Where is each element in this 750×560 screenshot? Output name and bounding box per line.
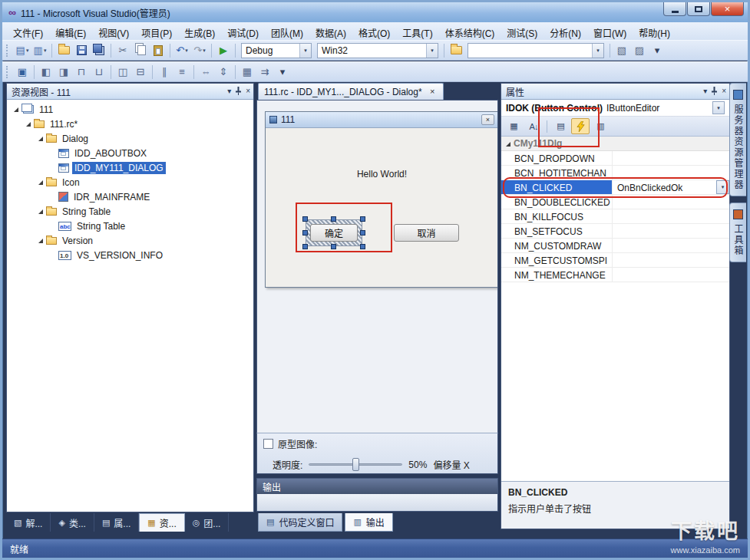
event-name[interactable]: BCN_HOTITEMCHAN <box>501 166 613 180</box>
expander-icon[interactable] <box>36 207 45 216</box>
transparency-slider[interactable] <box>309 458 402 471</box>
tab-output[interactable]: ▥输出 <box>345 513 392 532</box>
event-row-bn_killfocus[interactable]: BN_KILLFOCUS <box>501 209 729 224</box>
tab-order-icon[interactable]: ⇉ <box>256 64 273 81</box>
tab-class-view[interactable]: ◈类... <box>51 513 94 532</box>
resize-handle[interactable] <box>360 230 365 236</box>
cut-icon[interactable]: ✂ <box>114 42 131 59</box>
object-selector-dropdown-icon[interactable]: ▾ <box>712 101 725 114</box>
toolbar-options-icon[interactable]: ▾ <box>649 42 666 59</box>
prototype-image-checkbox[interactable] <box>263 439 273 449</box>
tree-item-version[interactable]: Version <box>7 233 253 248</box>
combo-dropdown-icon[interactable]: ▾ <box>592 44 603 58</box>
menu-item[interactable]: 团队(M) <box>265 22 309 40</box>
copy-icon[interactable] <box>132 42 149 59</box>
add-new-item-icon[interactable]: ▥▾ <box>31 42 48 59</box>
menu-item[interactable]: 窗口(W) <box>587 22 633 40</box>
combo-dropdown-icon[interactable]: ▾ <box>426 44 438 58</box>
event-handler-value[interactable] <box>613 195 729 209</box>
tree-item-vs-version-info[interactable]: VS_VERSION_INFO <box>7 248 253 262</box>
tab-properties[interactable]: ▤属... <box>94 513 139 532</box>
find-folder-icon[interactable] <box>448 42 464 59</box>
event-row-bn_setfocus[interactable]: BN_SETFOCUS <box>501 224 729 239</box>
tree-item-idd-aboutbox[interactable]: IDD_ABOUTBOX <box>7 146 253 160</box>
designed-dialog[interactable]: 111 × Hello World! 确定 取消 <box>265 111 498 288</box>
center-vertical-icon[interactable]: ⊟ <box>132 64 149 81</box>
solution-configurations-combo[interactable]: Debug▾ <box>241 43 312 58</box>
menu-item[interactable]: 分析(N) <box>544 22 587 40</box>
resize-handle[interactable] <box>331 216 336 222</box>
align-tops-icon[interactable]: ⊓ <box>73 64 90 81</box>
menu-item[interactable]: 格式(O) <box>352 22 396 40</box>
event-name[interactable]: NM_THEMECHANGE <box>501 268 613 282</box>
make-same-height-icon[interactable]: ⇕ <box>215 64 232 81</box>
event-handler-value[interactable] <box>613 151 729 165</box>
properties-window-icon[interactable]: ▨ <box>631 42 648 59</box>
menu-item[interactable]: 文件(F) <box>7 22 49 40</box>
expander-icon[interactable] <box>24 120 32 128</box>
event-name[interactable]: BN_CLICKED <box>501 180 613 194</box>
align-bottoms-icon[interactable]: ⊔ <box>91 64 107 81</box>
space-down-icon[interactable]: ≡ <box>173 64 190 81</box>
event-name[interactable]: BN_DOUBLECLICKED <box>501 195 613 209</box>
chevron-down-icon[interactable]: ▾ <box>227 87 231 95</box>
menu-item[interactable]: 帮助(H) <box>633 22 676 40</box>
event-row-nm_themechange[interactable]: NM_THEMECHANGE <box>501 268 729 282</box>
expander-icon[interactable] <box>504 140 512 148</box>
space-across-icon[interactable]: ∥ <box>156 64 173 81</box>
maximize-button[interactable] <box>687 2 710 16</box>
tree-item-string-table[interactable]: String Table <box>7 204 253 219</box>
event-handler-value[interactable]: OnBnClickedOk▾ <box>613 180 729 194</box>
resource-view-header[interactable]: 资源视图 - 111 ▾ × <box>7 84 253 100</box>
pin-icon[interactable] <box>711 87 718 97</box>
messages-icon[interactable]: ▥ <box>591 118 610 134</box>
menu-item[interactable]: 体系结构(C) <box>439 22 501 40</box>
expander-icon[interactable] <box>36 236 45 245</box>
event-row-bcn_hotitemchan[interactable]: BCN_HOTITEMCHAN <box>501 166 729 180</box>
open-file-icon[interactable] <box>55 42 72 59</box>
tree-item-111-rc-[interactable]: 111.rc* <box>7 117 253 131</box>
object-selector-combo[interactable]: IDOK (Button Control) IButtonEditor ▾ <box>501 100 729 117</box>
event-handler-value[interactable] <box>613 253 729 267</box>
close-panel-icon[interactable]: × <box>246 87 250 95</box>
event-name[interactable]: NM_GETCUSTOMSPI <box>501 253 613 267</box>
chevron-down-icon[interactable]: ▾ <box>703 87 707 95</box>
ok-button[interactable]: 确定 <box>310 224 358 242</box>
event-category-row[interactable]: CMy111Dlg <box>501 137 729 151</box>
event-name[interactable]: BN_KILLFOCUS <box>501 209 613 223</box>
menu-item[interactable]: 生成(B) <box>178 22 221 40</box>
paste-icon[interactable] <box>150 42 167 59</box>
align-lefts-icon[interactable]: ◧ <box>38 64 55 81</box>
combo-dropdown-icon[interactable]: ▾ <box>299 44 311 58</box>
minimize-button[interactable] <box>663 2 686 16</box>
static-text-control[interactable]: Hello World! <box>266 169 498 180</box>
output-header[interactable]: 输出 <box>257 479 497 494</box>
tab-team-explorer[interactable]: ◎团... <box>185 513 230 532</box>
tree-item-dialog[interactable]: Dialog <box>7 131 253 146</box>
menu-item[interactable]: 工具(T) <box>396 22 438 40</box>
menu-item[interactable]: 调试(D) <box>221 22 265 40</box>
resize-handle[interactable] <box>360 244 365 249</box>
close-panel-icon[interactable]: × <box>722 87 726 95</box>
close-button[interactable]: × <box>711 2 744 16</box>
resize-handle[interactable] <box>302 244 308 249</box>
undo-icon[interactable]: ↶▾ <box>173 42 190 59</box>
expander-icon[interactable] <box>36 134 45 143</box>
save-all-icon[interactable] <box>91 42 107 59</box>
solution-platforms-combo[interactable]: Win32▾ <box>317 43 438 58</box>
tab-resource-view[interactable]: ▦资... <box>139 513 184 532</box>
tab-code-definition[interactable]: ▤代码定义窗口 <box>258 513 342 532</box>
event-row-nm_getcustomspi[interactable]: NM_GETCUSTOMSPI <box>501 253 729 268</box>
menu-item[interactable]: 编辑(E) <box>49 22 92 40</box>
property-pages-icon[interactable]: ▤ <box>551 118 570 134</box>
menu-item[interactable]: 视图(V) <box>92 22 135 40</box>
dialog-close-icon[interactable]: × <box>481 114 494 125</box>
categorized-icon[interactable]: ▦ <box>504 118 523 134</box>
new-project-icon[interactable]: ▤▾ <box>14 42 31 59</box>
output-content[interactable] <box>257 494 497 511</box>
events-icon[interactable] <box>571 118 590 134</box>
toolbar-options-icon[interactable]: ▾ <box>274 64 291 81</box>
event-name[interactable]: BN_SETFOCUS <box>501 224 613 238</box>
tab-solution-explorer[interactable]: ▧解... <box>6 513 51 532</box>
event-row-nm_customdraw[interactable]: NM_CUSTOMDRAW <box>501 239 729 253</box>
